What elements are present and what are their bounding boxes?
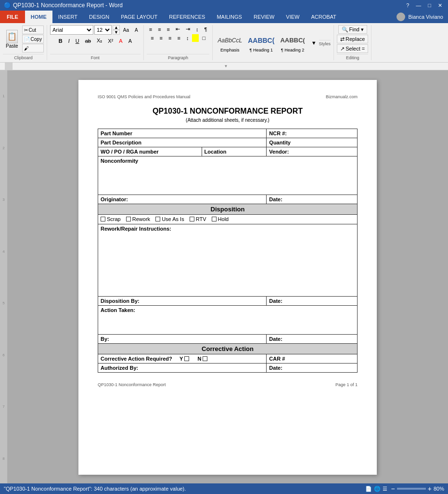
tab-acrobat[interactable]: ACROBAT bbox=[305, 11, 342, 23]
decrease-font-btn[interactable]: ▼ bbox=[113, 30, 120, 35]
heading2-preview: AABBC( bbox=[280, 33, 305, 48]
style-heading2[interactable]: AABBC( ¶ Heading 2 bbox=[278, 32, 307, 53]
title-bar-left: 🔵 QP1030-1 Nonconformance Report - Word bbox=[4, 2, 123, 9]
highlight-btn[interactable]: A bbox=[132, 26, 141, 34]
italic-button[interactable]: I bbox=[66, 37, 72, 45]
vendor-label: Vendor: bbox=[267, 147, 358, 156]
decrease-indent-btn[interactable]: ⇤ bbox=[173, 25, 182, 33]
part-desc-label: Part Description bbox=[98, 138, 267, 147]
rtv-checkbox[interactable]: RTV bbox=[190, 216, 206, 222]
location-label: Location bbox=[202, 147, 267, 156]
editing-content: 🔍 Find ▾ ⇄ Replace ↗ Select = bbox=[337, 25, 368, 53]
corrective-y-checkbox[interactable]: Y bbox=[179, 356, 189, 362]
align-center-btn[interactable]: ≡ bbox=[157, 34, 165, 42]
maximize-btn[interactable]: □ bbox=[426, 2, 433, 9]
tab-home[interactable]: HOME bbox=[25, 11, 52, 23]
quantity-label: Quantity bbox=[267, 138, 358, 147]
justify-btn[interactable]: ≡ bbox=[175, 34, 182, 42]
table-row: Action Taken: bbox=[98, 306, 358, 335]
hold-checkbox[interactable]: Hold bbox=[212, 216, 229, 222]
title-bar-controls: ? — □ ✕ bbox=[404, 2, 444, 9]
tab-page-layout[interactable]: PAGE LAYOUT bbox=[115, 11, 163, 23]
increase-font-btn[interactable]: ▲ bbox=[113, 25, 120, 30]
format-painter-button[interactable]: 🖌 bbox=[22, 44, 44, 52]
text-color-btn[interactable]: A bbox=[116, 37, 125, 45]
superscript-btn[interactable]: X² bbox=[105, 37, 115, 45]
tab-insert[interactable]: INSERT bbox=[52, 11, 83, 23]
close-btn[interactable]: ✕ bbox=[436, 2, 444, 9]
line-spacing-btn[interactable]: ↕ bbox=[184, 34, 192, 42]
paste-button[interactable]: 📋 Paste bbox=[3, 29, 21, 50]
originator-label: Originator: bbox=[98, 195, 267, 204]
subscript-btn[interactable]: X₂ bbox=[94, 37, 104, 45]
help-btn[interactable]: ? bbox=[404, 2, 411, 9]
heading1-preview: AABBC( bbox=[248, 33, 274, 48]
hold-cb bbox=[212, 217, 217, 221]
shading-btn[interactable] bbox=[192, 34, 199, 42]
scrap-cb bbox=[101, 217, 105, 221]
text-highlight-btn[interactable]: A bbox=[126, 37, 134, 45]
clear-format-btn[interactable]: Aa bbox=[121, 26, 131, 34]
style-emphasis[interactable]: AaBbCcL Emphasis bbox=[216, 32, 244, 53]
table-row: Disposition bbox=[98, 204, 358, 215]
bullet-list-btn[interactable]: ≡ bbox=[147, 25, 154, 33]
ribbon-group-styles: AaBbCcL Emphasis AABBC( ¶ Heading 1 AABB… bbox=[213, 25, 334, 60]
left-margin-numbers: 1 2 3 4 5 6 7 8 bbox=[0, 70, 7, 484]
tab-file[interactable]: FILE bbox=[0, 11, 25, 23]
table-row: Originator: Date: bbox=[98, 195, 358, 204]
multilevel-list-btn[interactable]: ≡ bbox=[165, 25, 172, 33]
table-row: Disposition By: Date: bbox=[98, 297, 358, 306]
date2-label: Date: bbox=[267, 297, 358, 306]
ribbon-tabs: FILE HOME INSERT DESIGN PAGE LAYOUT REFE… bbox=[0, 11, 448, 23]
tab-references[interactable]: REFERENCES bbox=[163, 11, 211, 23]
styles-label: Styles bbox=[319, 40, 331, 46]
increase-indent-btn[interactable]: ⇥ bbox=[183, 25, 192, 33]
show-marks-btn[interactable]: ¶ bbox=[202, 25, 210, 33]
replace-icon: ⇄ bbox=[340, 36, 345, 42]
table-row: Part Description Quantity bbox=[98, 138, 358, 147]
tab-review[interactable]: REVIEW bbox=[248, 11, 280, 23]
doc-subtitle: (Attach additional sheets, if necessary.… bbox=[98, 117, 358, 123]
align-left-btn[interactable]: ≡ bbox=[148, 34, 156, 42]
word-icon: 🔵 bbox=[4, 2, 11, 9]
tab-view[interactable]: VIEW bbox=[280, 11, 305, 23]
align-right-btn[interactable]: ≡ bbox=[166, 34, 174, 42]
tab-design[interactable]: DESIGN bbox=[83, 11, 115, 23]
borders-btn[interactable]: □ bbox=[200, 34, 208, 42]
replace-button[interactable]: ⇄ Replace bbox=[337, 35, 368, 43]
emphasis-preview: AaBbCcL bbox=[218, 33, 242, 48]
font-row1: Arial 12 ▲ ▼ Aa A B I U ab X₂ X² A bbox=[50, 25, 141, 53]
page-footer: QP1030-1 Nonconformance Report Page 1 of… bbox=[98, 382, 358, 387]
useas-checkbox[interactable]: Use As Is bbox=[155, 216, 184, 222]
title-bar-title: QP1030-1 Nonconformance Report - Word bbox=[13, 2, 123, 9]
find-button[interactable]: 🔍 Find ▾ bbox=[338, 25, 367, 34]
styles-content: AaBbCcL Emphasis AABBC( ¶ Heading 1 AABB… bbox=[216, 32, 319, 53]
copy-button[interactable]: 📄 Copy bbox=[22, 35, 44, 43]
paste-icon: 📋 bbox=[6, 30, 18, 43]
font-family-select[interactable]: Arial bbox=[50, 25, 93, 35]
style-heading1[interactable]: AABBC( ¶ Heading 1 bbox=[246, 32, 276, 53]
paragraph-row1: ≡ ≡ ≡ ⇤ ⇥ ↕ ¶ bbox=[147, 25, 210, 33]
cut-button[interactable]: ✂ Cut bbox=[22, 26, 44, 34]
tab-mailings[interactable]: MAILINGS bbox=[211, 11, 248, 23]
sort-btn[interactable]: ↕ bbox=[193, 25, 201, 33]
table-row: Nonconformity bbox=[98, 156, 358, 195]
font-size-select[interactable]: 12 bbox=[94, 25, 112, 35]
heading2-label: ¶ Heading 2 bbox=[281, 48, 304, 52]
cut-icon: ✂ bbox=[24, 27, 28, 33]
minimize-btn[interactable]: — bbox=[414, 2, 423, 9]
numbered-list-btn[interactable]: ≡ bbox=[155, 25, 163, 33]
scrap-checkbox[interactable]: Scrap bbox=[101, 216, 121, 222]
bold-button[interactable]: B bbox=[56, 37, 65, 45]
y-label: Y bbox=[179, 356, 183, 362]
user-avatar bbox=[397, 13, 405, 21]
select-button[interactable]: ↗ Select = bbox=[337, 44, 368, 53]
disposition-header: Disposition bbox=[98, 204, 358, 215]
corrective-n-checkbox[interactable]: N bbox=[198, 356, 208, 362]
styles-more-btn[interactable]: ▼ bbox=[309, 39, 319, 47]
strikethrough-btn[interactable]: ab bbox=[83, 37, 93, 45]
user-name[interactable]: Bianca Viviano bbox=[408, 14, 443, 20]
paragraph-row2: ≡ ≡ ≡ ≡ ↕ □ bbox=[148, 34, 208, 42]
underline-button[interactable]: U bbox=[73, 37, 82, 45]
rework-checkbox[interactable]: Rework bbox=[126, 216, 150, 222]
